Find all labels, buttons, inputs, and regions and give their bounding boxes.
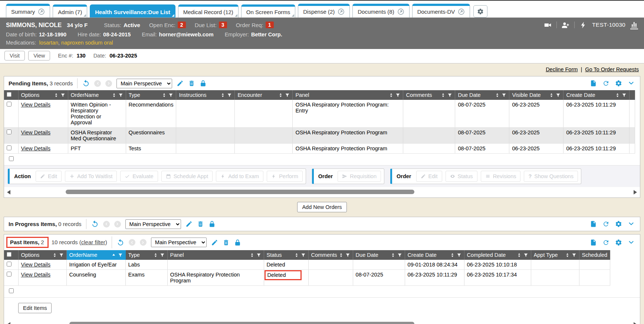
sort-icon[interactable] [220,93,225,98]
add-new-orders-button[interactable]: Add New Orders [297,202,346,212]
row-checkbox[interactable] [7,130,12,134]
funnel-icon[interactable] [118,93,123,98]
external-link-icon[interactable] [397,8,404,15]
column-header-visible-date[interactable]: Visible Date [509,90,564,100]
sort-icon[interactable] [250,253,254,258]
order-req-badge[interactable]: 1 [266,22,274,28]
row-checkbox[interactable] [9,156,14,161]
view-details-link[interactable]: View Details [21,130,51,135]
external-link-icon[interactable] [38,8,45,15]
funnel-icon[interactable] [502,93,506,98]
funnel-icon[interactable] [118,253,123,258]
column-header-status[interactable]: Status [264,250,308,260]
tab-dispense[interactable]: Dispense (2) [298,4,350,17]
scrollbar-thumb[interactable] [66,190,414,194]
sort-icon[interactable] [615,93,620,98]
settings-button[interactable] [615,80,622,87]
sort-icon[interactable] [495,93,500,98]
collapse-section-button[interactable] [628,80,635,87]
funnel-icon[interactable] [59,253,64,258]
tab-admin[interactable]: Admin (7) [53,4,87,17]
select-all-checkbox[interactable] [7,252,12,257]
scroll-right-arrow[interactable] [634,190,637,194]
medication-link-naproxen[interactable]: naproxen sodium oral [61,40,113,46]
undo-button[interactable] [82,79,90,87]
settings-button[interactable] [615,220,622,228]
bar-chart-icon[interactable] [630,20,638,28]
funnel-icon[interactable] [622,93,627,98]
history-back-button[interactable] [129,239,135,246]
sort-icon[interactable] [162,93,167,98]
scrollbar-thumb[interactable] [69,322,414,324]
refresh-button[interactable] [602,80,610,87]
view-details-link[interactable]: View Details [21,102,51,108]
tab-health-surveillance-due-list[interactable]: Health Surveillance:Due List [90,4,175,17]
column-header-scheduled[interactable]: Scheduled [579,250,610,260]
row-checkbox[interactable] [7,262,12,266]
funnel-icon[interactable] [285,93,290,98]
bolt-icon[interactable] [579,21,587,29]
column-header-encounter[interactable]: Encounter [235,90,293,100]
view-details-link[interactable]: View Details [21,262,51,268]
table-row[interactable]: View Details Counseling Exams OSHA Respi… [4,270,610,286]
edit-button[interactable]: Edit [36,171,62,182]
refresh-button[interactable] [602,220,610,228]
scroll-left-arrow[interactable] [7,322,10,324]
sort-icon[interactable] [441,93,446,98]
view-details-link[interactable]: View Details [21,145,51,151]
sort-icon[interactable] [565,253,570,258]
column-header-type[interactable]: Type [125,250,167,260]
settings-button[interactable] [615,239,622,246]
decline-form-link[interactable]: Decline Form [546,66,578,72]
perspective-select[interactable]: Main Perspective [116,79,172,88]
funnel-icon[interactable] [60,93,65,98]
edit-perspective-button[interactable] [177,80,184,87]
new-document-button[interactable] [590,220,597,228]
sort-icon[interactable] [450,253,455,258]
history-back-button[interactable] [103,221,110,228]
row-checkbox[interactable] [9,288,14,293]
external-link-icon[interactable] [338,8,345,15]
collapse-section-button[interactable] [628,239,635,246]
perspective-select[interactable]: Main Perspective [151,238,207,247]
column-header-comments[interactable]: Comments [403,90,455,100]
edit-perspective-button[interactable] [211,239,218,246]
due-list-badge[interactable]: 3 [219,22,227,28]
table-row[interactable]: View Details PFT Tests OSHA Respiratory … [4,144,635,154]
sort-asc-icon[interactable] [111,253,116,258]
show-questions-button[interactable]: ?Show Questions [524,171,578,182]
row-checkbox[interactable] [7,272,12,276]
tab-summary[interactable]: Summary [6,4,50,17]
history-forward-button[interactable] [140,239,147,246]
tab-settings-button[interactable] [473,5,487,17]
column-header-panel[interactable]: Panel [293,90,403,100]
column-header-appt-type[interactable]: Appt Type [531,250,579,260]
column-header-create-date[interactable]: Create Date [405,250,464,260]
edit-items-button[interactable]: Edit Items [18,303,52,313]
medication-link-losartan[interactable]: losartan [39,40,58,46]
history-back-button[interactable] [94,80,101,87]
history-forward-button[interactable] [105,80,112,87]
go-to-order-requests-link[interactable]: Go To Order Requests [585,66,639,72]
tab-on-screen-forms[interactable]: On Screen Forms [241,4,295,17]
sort-icon[interactable] [549,93,554,98]
column-header-ordername[interactable]: OrderName [68,90,126,100]
collapse-section-button[interactable] [628,220,635,228]
video-camera-icon[interactable] [544,21,552,29]
funnel-icon[interactable] [523,253,528,258]
funnel-icon[interactable] [256,253,261,258]
row-checkbox[interactable] [7,145,12,150]
tab-documents[interactable]: Documents (8) [352,4,409,17]
column-header-options[interactable]: Options [18,250,66,260]
open-enc-badge[interactable]: 2 [178,22,186,28]
column-header-panel[interactable]: Panel [167,250,264,260]
order-edit-button[interactable]: Edit [416,171,442,182]
revisions-button[interactable]: Revisions [481,171,521,182]
history-forward-button[interactable] [114,221,121,228]
lock-perspective-button[interactable] [234,239,241,246]
undo-button[interactable] [116,239,124,246]
column-header-ordername[interactable]: OrderName [66,250,125,260]
add-to-waitlist-button[interactable]: Add To Waitlist [65,171,117,182]
sort-icon[interactable] [391,253,395,258]
delete-perspective-button[interactable] [223,239,230,246]
